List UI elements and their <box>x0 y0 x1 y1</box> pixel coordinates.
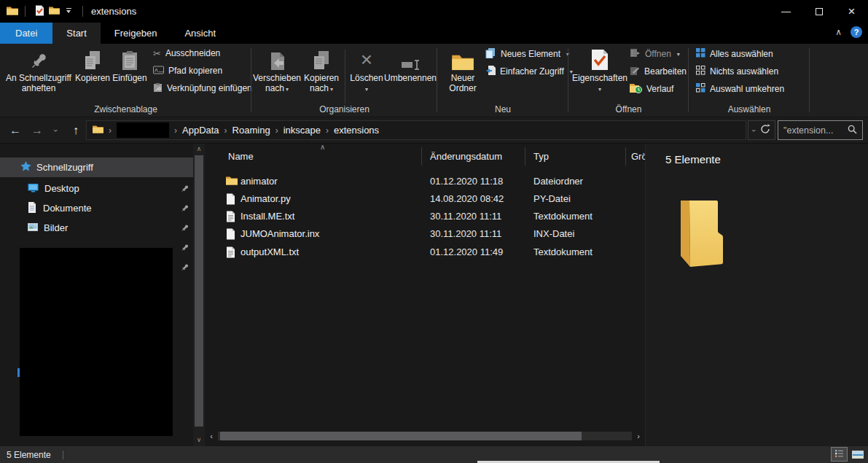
horizontal-scrollbar[interactable]: ‹ › <box>206 430 644 442</box>
sidebar-item-dokumente[interactable]: Dokumente <box>0 198 193 218</box>
scroll-left-icon[interactable]: ‹ <box>206 430 216 442</box>
column-divider[interactable] <box>525 147 525 166</box>
sidebar-scrollbar[interactable]: ∧ ∨ <box>193 144 205 446</box>
group-label-new: Neu <box>437 104 568 114</box>
scroll-right-icon[interactable]: › <box>633 430 644 442</box>
invert-selection-button[interactable]: Auswahl umkehren <box>696 82 784 96</box>
sidebar-item-bilder[interactable]: Bilder <box>0 218 193 238</box>
cut-button[interactable]: ✂ Ausschneiden <box>153 46 220 61</box>
tab-datei[interactable]: Datei <box>0 23 52 44</box>
breadcrumb-appdata[interactable]: AppData <box>182 125 219 136</box>
pin-to-quickaccess-button[interactable]: An Schnellzugriff anheften <box>3 47 74 93</box>
status-separator <box>63 451 63 459</box>
select-none-button[interactable]: Nichts auswählen <box>696 64 778 79</box>
button-label: Öffnen <box>645 49 671 59</box>
copy-to-icon <box>313 47 330 71</box>
scroll-down-icon[interactable]: ∨ <box>193 435 205 445</box>
new-folder-button[interactable]: Neuer Ordner <box>443 47 482 93</box>
copy-to-button[interactable]: Kopieren nach▾ <box>300 47 343 95</box>
column-divider[interactable] <box>421 147 422 166</box>
column-header-name[interactable]: Name <box>228 144 254 169</box>
button-label: Kopieren <box>75 73 110 83</box>
group-inner-divider <box>345 50 345 104</box>
scroll-up-icon[interactable]: ∧ <box>193 144 205 154</box>
scrollbar-thumb[interactable] <box>220 432 582 440</box>
copy-icon <box>84 47 101 71</box>
thumbnail-view-button[interactable] <box>849 447 866 462</box>
breadcrumb-chevron-icon: › <box>174 125 177 136</box>
address-bar[interactable]: › › AppData › Roaming › inkscape › exten… <box>86 120 746 140</box>
details-view-button[interactable] <box>831 447 848 462</box>
column-header-size[interactable]: Grö <box>631 144 645 169</box>
rename-button[interactable]: Umbenennen <box>384 47 437 83</box>
breadcrumb-chevron-icon: › <box>275 125 278 136</box>
chevron-down-icon: › <box>749 129 758 132</box>
scrollbar-track[interactable] <box>218 432 632 440</box>
file-date: 14.08.2020 08:42 <box>430 193 504 204</box>
group-label-organize: Organisieren <box>251 104 437 114</box>
sidebar-item-label: Bilder <box>44 222 68 233</box>
paste-shortcut-button[interactable]: Verknüpfung einfügen <box>153 81 252 96</box>
file-row-outputxml[interactable]: outputXML.txt 01.12.2020 11:49 Textdokum… <box>205 244 645 262</box>
breadcrumb-extensions[interactable]: extensions <box>334 125 379 136</box>
qat-customize-button[interactable] <box>61 3 76 20</box>
refresh-button[interactable] <box>760 124 770 136</box>
history-button[interactable]: Verlauf <box>630 82 673 96</box>
paste-button[interactable]: Einfügen <box>111 47 149 83</box>
sidebar-item-label: Schnellzugriff <box>36 162 93 173</box>
copy-path-button[interactable]: Pfad kopieren <box>153 63 222 78</box>
tab-start[interactable]: Start <box>52 23 100 44</box>
ribbon-group-organize: Verschieben nach▾ Kopieren nach▾ × Lösch… <box>251 44 437 117</box>
file-icon <box>226 193 235 207</box>
help-button[interactable]: ? <box>851 26 862 38</box>
move-to-icon <box>269 47 285 71</box>
easy-access-icon <box>485 65 496 78</box>
collapse-ribbon-icon[interactable]: ∧ <box>835 27 842 37</box>
easy-access-button[interactable]: Einfacher Zugriff ▾ <box>485 64 573 79</box>
file-row-animator-py[interactable]: Animator.py 14.08.2020 08:42 PY-Datei <box>205 190 645 209</box>
forward-button[interactable]: → <box>28 117 47 144</box>
delete-button[interactable]: × Löschen ▾ <box>348 47 386 95</box>
tab-freigeben[interactable]: Freigeben <box>101 23 171 44</box>
sidebar-item-quickaccess[interactable]: Schnellzugriff <box>0 157 193 177</box>
qat-new-folder-button[interactable] <box>47 3 61 20</box>
sidebar-item-desktop[interactable]: Desktop <box>0 179 193 198</box>
search-input[interactable]: "extension... <box>783 125 845 136</box>
status-item-count: 5 Elemente <box>7 450 51 460</box>
recent-locations-button[interactable]: › <box>50 117 63 144</box>
file-row-install-me[interactable]: Install.ME.txt 30.11.2020 11:11 Textdoku… <box>205 208 645 226</box>
edit-button[interactable]: Bearbeiten <box>630 64 687 79</box>
tab-ansicht[interactable]: Ansicht <box>171 23 230 44</box>
file-date: 01.12.2020 11:49 <box>430 246 503 257</box>
up-button[interactable]: ↑ <box>67 117 85 144</box>
select-all-button[interactable]: Alles auswählen <box>696 47 773 61</box>
back-button[interactable]: ← <box>6 117 25 144</box>
column-header-date[interactable]: Änderungsdatum <box>430 144 502 169</box>
large-folder-icon <box>678 199 727 273</box>
search-icon <box>848 125 857 136</box>
file-name: Animator.py <box>241 193 291 204</box>
copy-button[interactable]: Kopieren <box>74 47 111 83</box>
ribbon-corner-buttons: ∧ ? <box>835 26 862 38</box>
new-item-button[interactable]: Neues Element ▾ <box>485 47 569 61</box>
address-dropdown-button[interactable]: › <box>753 126 756 135</box>
scrollbar-thumb[interactable] <box>195 155 203 427</box>
qat-properties-button[interactable] <box>32 3 47 20</box>
open-button[interactable]: Öffnen ▾ <box>630 47 680 61</box>
minimize-button[interactable]: — <box>770 0 802 23</box>
search-box[interactable]: "extension... <box>778 120 863 140</box>
properties-button[interactable]: Eigenschaften ▾ <box>572 47 627 95</box>
move-to-button[interactable]: Verschieben nach▾ <box>254 47 300 95</box>
select-all-icon <box>696 48 705 60</box>
title-bar: extensions — × <box>0 0 868 23</box>
column-divider[interactable] <box>625 147 626 166</box>
titlebar-separator <box>82 6 83 17</box>
breadcrumb-inkscape[interactable]: inkscape <box>284 125 321 136</box>
breadcrumb-roaming[interactable]: Roaming <box>232 125 270 136</box>
maximize-button[interactable] <box>802 0 835 23</box>
close-button[interactable]: × <box>835 0 868 23</box>
ribbon: An Schnellzugriff anheften Kopieren Einf… <box>0 44 868 117</box>
column-header-type[interactable]: Typ <box>533 144 549 169</box>
file-row-jumoanimator[interactable]: JUMOAnimator.inx 30.11.2020 11:11 INX-Da… <box>205 225 645 244</box>
file-row-animator[interactable]: animator 01.12.2020 11:18 Dateiordner <box>205 173 645 191</box>
